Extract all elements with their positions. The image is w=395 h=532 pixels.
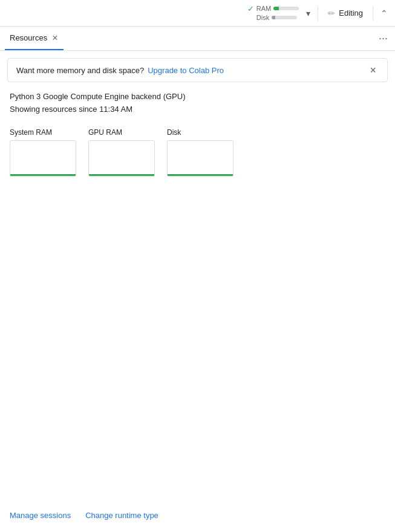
promo-banner: Want more memory and disk space? Upgrade… xyxy=(7,58,388,82)
disk-progress-fill xyxy=(272,16,275,19)
ram-progress-bar xyxy=(273,7,299,10)
promo-description: Want more memory and disk space? xyxy=(16,66,144,75)
check-icon: ✓ xyxy=(247,4,254,13)
toolbar: ✓ RAM ✓ Disk ▾ ✏ Editing ⌃ xyxy=(0,0,395,27)
disk-label: Disk xyxy=(256,14,269,21)
disk-row: ✓ Disk xyxy=(247,13,297,22)
disk-progress-bar xyxy=(272,16,297,19)
toolbar-divider-2 xyxy=(373,6,373,21)
ram-disk-indicator: ✓ RAM ✓ Disk xyxy=(247,4,299,22)
backend-info-line2: Showing resources since 11:34 AM xyxy=(10,103,385,116)
ram-progress-fill xyxy=(273,7,278,10)
system-ram-monitor: System RAM xyxy=(10,128,76,177)
resources-tab-label: Resources xyxy=(10,33,47,42)
tab-close-button[interactable]: × xyxy=(51,33,59,43)
disk-monitor-label: Disk xyxy=(167,128,181,137)
backend-info-line1: Python 3 Google Compute Engine backend (… xyxy=(10,91,385,103)
pencil-icon: ✏ xyxy=(328,8,335,18)
monitors-container: System RAM GPU RAM Disk xyxy=(0,118,395,177)
promo-text: Want more memory and disk space? Upgrade… xyxy=(16,66,224,75)
toolbar-divider xyxy=(318,6,318,21)
gpu-ram-monitor: GPU RAM xyxy=(88,128,155,177)
change-runtime-link[interactable]: Change runtime type xyxy=(85,511,158,520)
upgrade-link[interactable]: Upgrade to Colab Pro xyxy=(148,66,224,75)
disk-monitor: Disk xyxy=(167,128,233,177)
tab-more-button[interactable]: ··· xyxy=(376,30,390,47)
resources-tab[interactable]: Resources × xyxy=(5,27,64,50)
promo-close-button[interactable]: × xyxy=(367,65,379,76)
gpu-ram-label: GPU RAM xyxy=(88,128,122,137)
editing-button[interactable]: ✏ Editing xyxy=(323,6,368,21)
manage-sessions-link[interactable]: Manage sessions xyxy=(10,511,71,520)
disk-chart xyxy=(167,140,233,177)
ram-label: RAM xyxy=(256,5,271,12)
backend-info: Python 3 Google Compute Engine backend (… xyxy=(0,82,395,118)
resources-dropdown-button[interactable]: ▾ xyxy=(304,6,313,21)
footer-links: Manage sessions Change runtime type xyxy=(0,511,395,520)
gpu-ram-chart xyxy=(88,140,155,177)
system-ram-chart xyxy=(10,140,76,177)
gpu-ram-bar xyxy=(89,174,154,176)
disk-bar xyxy=(168,174,233,176)
system-ram-bar xyxy=(10,174,76,176)
ram-row: ✓ RAM xyxy=(247,4,299,13)
editing-label: Editing xyxy=(339,8,363,18)
tab-bar: Resources × ··· xyxy=(0,27,395,51)
system-ram-label: System RAM xyxy=(10,128,52,137)
chevron-up-button[interactable]: ⌃ xyxy=(378,6,390,21)
